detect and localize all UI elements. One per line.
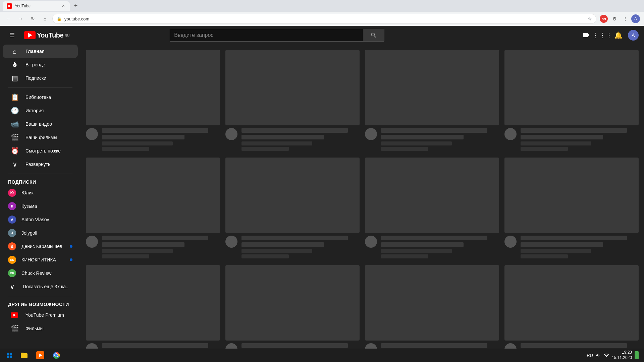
start-button[interactable] (3, 349, 16, 362)
home-button[interactable]: ⌂ (40, 14, 50, 23)
video-avatar-5 (86, 236, 98, 248)
search-button[interactable] (363, 29, 384, 42)
sidebar-item-library[interactable]: 📋 Библиотека (3, 90, 78, 104)
sidebar-library-label: Библиотека (25, 95, 51, 100)
sidebar-item-home[interactable]: ⌂ Главная (3, 45, 78, 58)
taskbar-network-icon (604, 353, 609, 358)
video-title-skeleton-3b (381, 135, 464, 139)
reload-button[interactable]: ↻ (28, 14, 38, 23)
browser-controls: ← → ↻ ⌂ 🔒 youtube.com ☆ RH ⚙ ⋮ A (0, 12, 644, 26)
video-title-skeleton-4b (521, 135, 603, 139)
sidebar-item-watch-later[interactable]: ⏰ Смотреть позже (3, 144, 78, 158)
channel-avatar-anton: A (8, 216, 16, 224)
channel-new-dot-kinokritika (70, 258, 72, 261)
video-meta-skeleton-7 (381, 249, 452, 253)
video-info-6 (225, 236, 360, 260)
create-video-button[interactable] (580, 28, 593, 42)
sidebar-item-subscriptions[interactable]: ▤ Подписки (3, 71, 78, 85)
extensions-icon[interactable]: RH (599, 14, 608, 23)
sidebar-home-label: Главная (25, 49, 45, 54)
video-thumbnail-2 (225, 50, 360, 125)
forward-button[interactable]: → (16, 14, 25, 23)
tab-close-button[interactable]: ✕ (60, 3, 66, 9)
sidebar-channel-jolygolf[interactable]: J Jolygolf (3, 226, 78, 240)
video-meta-skeleton-5 (102, 249, 173, 253)
tab-bar: YouTube ✕ + (0, 0, 644, 12)
browser-settings-icon[interactable]: ⚙ (610, 14, 619, 23)
taskbar-file-explorer[interactable] (16, 349, 32, 362)
subscriptions-icon: ▤ (11, 74, 19, 82)
taskbar-media-player[interactable] (32, 349, 48, 362)
video-thumbnail-12 (504, 265, 639, 341)
header-right: ⋮⋮⋮ 🔔 A (580, 28, 639, 42)
video-info-5 (86, 236, 220, 260)
address-bar[interactable]: 🔒 youtube.com ☆ (52, 14, 596, 24)
browser-menu-icon[interactable]: ⋮ (621, 14, 630, 23)
chrome-icon (52, 351, 60, 359)
user-avatar[interactable]: A (628, 30, 639, 41)
sidebar-item-your-movies[interactable]: 🎬 Ваши фильмы (3, 131, 78, 144)
video-title-skeleton-9 (102, 343, 208, 348)
taskbar-date-text: 15.11.2020 (612, 355, 632, 361)
folder-icon (20, 351, 28, 359)
new-tab-button[interactable]: + (71, 1, 80, 11)
sidebar-channel-kinokritika[interactable]: КК КИНОКРИТИКА (3, 253, 78, 266)
video-card-12[interactable] (504, 265, 639, 362)
video-card-3[interactable] (365, 50, 499, 152)
video-card-5[interactable] (86, 158, 220, 260)
video-thumbnail-4 (504, 50, 639, 125)
notifications-button[interactable]: 🔔 (612, 28, 625, 42)
video-card-1[interactable] (86, 50, 220, 152)
channel-new-dot-denis (70, 245, 72, 248)
video-card-6[interactable] (225, 158, 360, 260)
video-title-skeleton-11 (381, 343, 487, 348)
active-tab[interactable]: YouTube ✕ (3, 1, 70, 11)
video-thumbnail-6 (225, 158, 360, 233)
sidebar-item-trending[interactable]: В тренде (3, 58, 78, 71)
sidebar-channel-chuck[interactable]: CR Chuck Review (3, 266, 78, 280)
yt-premium-icon (11, 312, 19, 318)
video-card-2[interactable] (225, 50, 360, 152)
video-avatar-6 (225, 236, 237, 248)
video-text-1 (102, 128, 220, 152)
video-thumbnail-1 (86, 50, 220, 125)
video-meta-skeleton-6b (241, 254, 289, 258)
sidebar-item-movies[interactable]: 🎬 Фильмы (3, 322, 78, 335)
yt-header: ☰ YouTube RU ⋮⋮⋮ 🔔 A (0, 26, 644, 45)
back-button[interactable]: ← (4, 14, 13, 23)
sidebar-item-history[interactable]: 🕐 История (3, 104, 78, 117)
yt-logo-suffix: RU (65, 34, 69, 38)
video-card-11[interactable] (365, 265, 499, 362)
video-info-3 (365, 128, 499, 152)
apps-button[interactable]: ⋮⋮⋮ (596, 28, 609, 42)
video-card-10[interactable] (225, 265, 360, 362)
sidebar-item-your-videos[interactable]: 📹 Ваши видео (3, 117, 78, 131)
sidebar-watch-later-label: Смотреть позже (25, 148, 61, 154)
video-card-4[interactable] (504, 50, 639, 152)
video-title-skeleton-2 (241, 128, 348, 133)
video-card-9[interactable] (86, 265, 220, 362)
channel-avatar-denis: Д (8, 242, 16, 250)
sidebar-channel-kuzma[interactable]: К Кузьма (3, 199, 78, 213)
sidebar-show-more[interactable]: ∨ Показать ещё 37 ка... (3, 280, 78, 293)
sidebar-item-yt-premium[interactable]: YouTube Premium (3, 308, 78, 322)
video-title-skeleton-4 (521, 128, 627, 133)
sidebar-divider-1 (8, 87, 72, 88)
menu-button[interactable]: ☰ (5, 28, 19, 42)
video-card-7[interactable] (365, 158, 499, 260)
sidebar-channel-denis[interactable]: Д Денис Карамышев (3, 240, 78, 253)
bookmark-icon[interactable]: ☆ (588, 16, 592, 21)
taskbar-right: RU 19:23 15.11.2020 (587, 350, 641, 360)
browser-profile-icon[interactable]: A (631, 14, 640, 23)
yt-logo[interactable]: YouTube RU (24, 31, 70, 39)
taskbar-chrome[interactable] (48, 349, 64, 362)
sidebar-trending-label: В тренде (25, 62, 45, 67)
video-text-8 (521, 236, 639, 260)
sidebar-channel-yulik[interactable]: Ю Юлик (3, 186, 78, 199)
video-card-8[interactable] (504, 158, 639, 260)
sidebar-channel-anton[interactable]: A Anton Vlasov (3, 213, 78, 226)
trending-icon (11, 61, 19, 69)
taskbar: RU 19:23 15.11.2020 (0, 349, 644, 362)
sidebar-item-expand[interactable]: ∨ Развернуть (3, 158, 78, 171)
search-input[interactable] (170, 29, 363, 42)
